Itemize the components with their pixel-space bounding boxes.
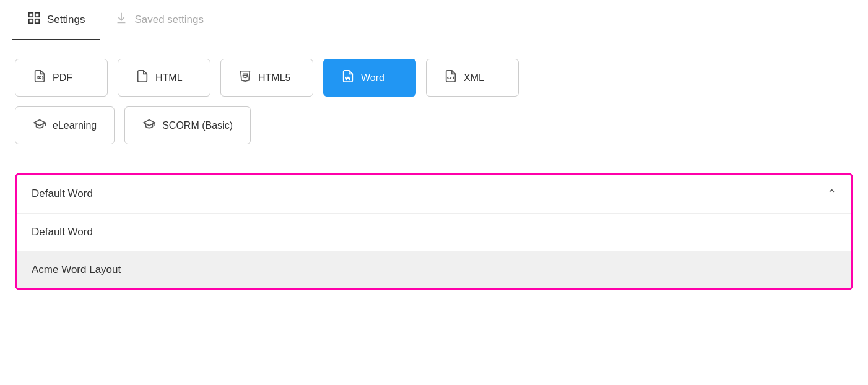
pdf-icon (33, 69, 46, 86)
dropdown-option-default-word[interactable]: Default Word (17, 214, 851, 251)
dropdown-option-acme-word-layout[interactable]: Acme Word Layout (17, 251, 851, 288)
format-btn-xml-label: XML (464, 72, 484, 84)
format-btn-html[interactable]: HTML (118, 59, 210, 97)
tab-settings-label: Settings (47, 14, 85, 26)
download-icon (115, 11, 128, 28)
svg-rect-2 (29, 19, 33, 23)
format-section: PDF HTML HTML5 (0, 40, 868, 167)
dropdown-options: Default Word Acme Word Layout (17, 214, 851, 288)
tab-bar: Settings Saved settings (0, 0, 868, 40)
tab-saved-settings[interactable]: Saved settings (100, 0, 219, 40)
format-btn-word[interactable]: Word (323, 59, 416, 97)
format-btn-elearning[interactable]: eLearning (15, 106, 115, 144)
dropdown-container: Default Word ⌃ Default Word Acme Word La… (15, 173, 853, 290)
format-btn-word-label: Word (361, 72, 384, 84)
format-row-1: PDF HTML HTML5 (15, 59, 853, 97)
scorm-icon (142, 117, 156, 134)
chevron-up-icon: ⌃ (827, 187, 836, 201)
svg-rect-3 (35, 19, 39, 23)
svg-rect-0 (29, 13, 33, 17)
format-btn-pdf-label: PDF (53, 72, 72, 84)
html5-icon (238, 69, 252, 86)
dropdown-selected-label: Default Word (32, 188, 93, 200)
elearning-icon (33, 117, 46, 134)
format-btn-html5-label: HTML5 (258, 72, 290, 84)
dropdown-section: Default Word ⌃ Default Word Acme Word La… (0, 167, 868, 309)
svg-rect-1 (35, 13, 39, 17)
format-row-2: eLearning SCORM (Basic) (15, 106, 853, 144)
format-btn-scorm[interactable]: SCORM (Basic) (124, 106, 251, 144)
dropdown-option-acme-word-layout-label: Acme Word Layout (32, 264, 121, 275)
word-icon (341, 69, 355, 86)
format-btn-scorm-label: SCORM (Basic) (162, 120, 233, 131)
dropdown-header[interactable]: Default Word ⌃ (17, 175, 851, 214)
format-btn-html-label: HTML (155, 72, 183, 84)
tab-saved-settings-label: Saved settings (134, 14, 204, 26)
format-btn-html5[interactable]: HTML5 (220, 59, 313, 97)
dropdown-option-default-word-label: Default Word (32, 226, 93, 238)
format-btn-xml[interactable]: XML (426, 59, 519, 97)
format-btn-elearning-label: eLearning (53, 120, 97, 131)
html-icon (136, 69, 149, 86)
format-btn-pdf[interactable]: PDF (15, 59, 108, 97)
tab-settings[interactable]: Settings (12, 0, 100, 40)
grid-icon (27, 11, 41, 28)
xml-icon (444, 69, 458, 86)
